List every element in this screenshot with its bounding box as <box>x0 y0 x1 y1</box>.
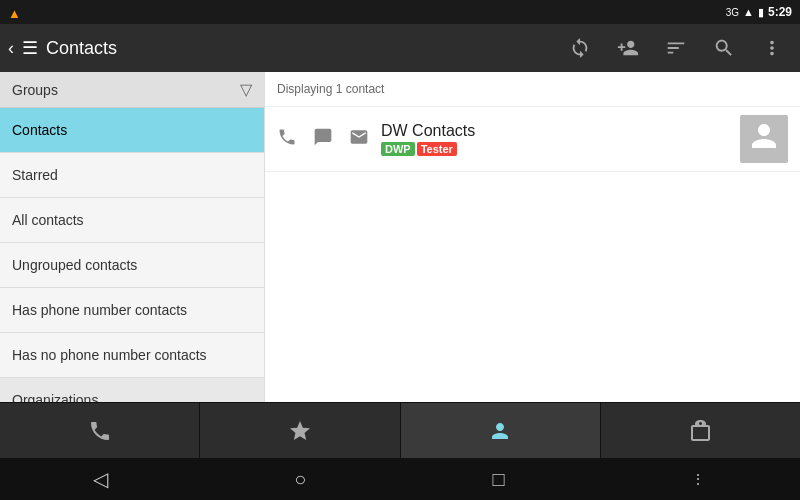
home-nav-button[interactable]: ○ <box>294 468 306 491</box>
contact-tags: DWP Tester <box>381 142 728 156</box>
battery-icon: ▮ <box>758 6 764 19</box>
email-icon[interactable] <box>349 127 369 152</box>
title-bar-left: ‹ ☰ Contacts <box>8 37 548 59</box>
contact-info: DW Contacts DWP Tester <box>381 122 728 156</box>
message-icon[interactable] <box>313 127 333 152</box>
tag-dwp: DWP <box>381 142 415 156</box>
nav-dots: ⋮ <box>691 471 707 487</box>
tab-contacts[interactable] <box>401 403 601 458</box>
time-display: 5:29 <box>768 5 792 19</box>
wifi-icon: ▲ <box>743 6 754 18</box>
system-nav-bar: ◁ ○ □ ⋮ <box>0 458 800 500</box>
tag-tester: Tester <box>417 142 457 156</box>
content-area: Displaying 1 contact <box>265 72 800 402</box>
sidebar-item-starred[interactable]: Starred <box>0 153 264 198</box>
tab-groups[interactable] <box>601 403 800 458</box>
contact-count-header: Displaying 1 contact <box>265 72 800 107</box>
menu-icon[interactable]: ☰ <box>22 37 38 59</box>
main-layout: Groups ▽ Contacts Starred All contacts U… <box>0 72 800 402</box>
page-title: Contacts <box>46 38 117 59</box>
contact-name: DW Contacts <box>381 122 728 140</box>
toolbar-actions <box>560 28 792 68</box>
add-contact-button[interactable] <box>608 28 648 68</box>
status-indicators: 3G ▲ ▮ 5:29 <box>726 5 792 19</box>
sidebar-header: Groups ▽ <box>0 72 264 108</box>
status-bar: ▲ 3G ▲ ▮ 5:29 <box>0 0 800 24</box>
signal-icon: 3G <box>726 7 739 18</box>
back-nav-button[interactable]: ◁ <box>93 467 108 491</box>
tab-starred[interactable] <box>200 403 400 458</box>
sidebar-item-ungrouped[interactable]: Ungrouped contacts <box>0 243 264 288</box>
contact-row[interactable]: DW Contacts DWP Tester <box>265 107 800 172</box>
sidebar: Groups ▽ Contacts Starred All contacts U… <box>0 72 265 402</box>
app-icon: ▲ <box>8 4 21 22</box>
avatar-icon <box>746 118 782 161</box>
call-icon[interactable] <box>277 127 297 152</box>
sidebar-item-contacts[interactable]: Contacts <box>0 108 264 153</box>
sidebar-item-organizations[interactable]: Organizations <box>0 378 264 402</box>
recent-nav-button[interactable]: □ <box>493 468 505 491</box>
bottom-tab-bar <box>0 402 800 458</box>
filter-icon[interactable]: ▽ <box>240 80 252 99</box>
sort-button[interactable] <box>656 28 696 68</box>
sidebar-item-no-phone[interactable]: Has no phone number contacts <box>0 333 264 378</box>
groups-label: Groups <box>12 82 58 98</box>
contact-quick-actions <box>277 127 369 152</box>
title-bar: ‹ ☰ Contacts <box>0 24 800 72</box>
sync-button[interactable] <box>560 28 600 68</box>
search-button[interactable] <box>704 28 744 68</box>
back-button[interactable]: ‹ <box>8 38 14 59</box>
tab-phone[interactable] <box>0 403 200 458</box>
sidebar-item-all-contacts[interactable]: All contacts <box>0 198 264 243</box>
contact-avatar <box>740 115 788 163</box>
sidebar-item-has-phone[interactable]: Has phone number contacts <box>0 288 264 333</box>
more-options-button[interactable] <box>752 28 792 68</box>
